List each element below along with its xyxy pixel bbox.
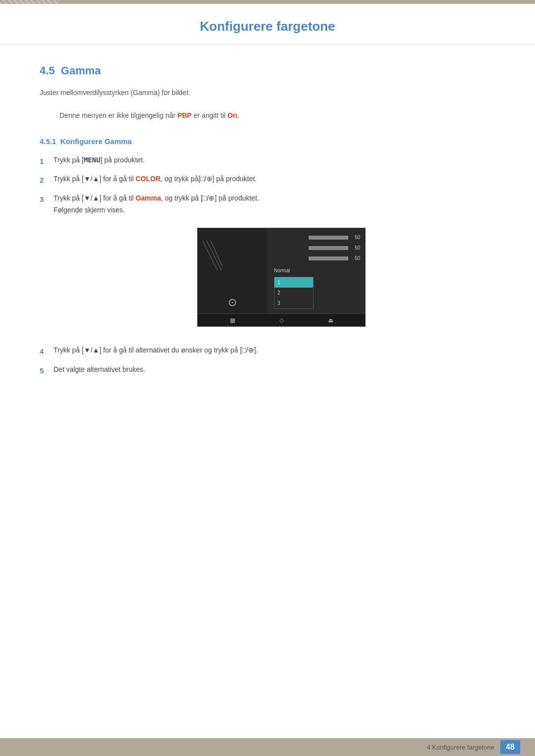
steps-list: 1 Trykk på [MENU] på produktet. 2 Trykk …: [40, 154, 495, 377]
screen-diagonal-lines: [203, 236, 222, 279]
note-text-prefix: Denne menyen er ikke tilgjengelig når: [59, 111, 177, 119]
screen-mockup: ⊙ 50: [197, 228, 366, 327]
screen-menu: 1 2 3: [274, 277, 314, 309]
step-4-text: Trykk på [▼/▲] for å gå til alternativet…: [54, 345, 495, 356]
step-1-number: 1: [40, 154, 54, 168]
page-title: Konfigurere fargetone: [40, 19, 495, 34]
step-5-text: Det valgte alternativet brukes.: [54, 364, 495, 376]
section-number: 4.5: [40, 64, 55, 77]
screen-bottom-icon-menu: ▦: [230, 315, 235, 325]
step-2-text: Trykk på [▼/▲] for å gå til COLOR, og tr…: [54, 173, 495, 185]
step-3-number: 3: [40, 193, 54, 206]
screen-bar-row-1: 50: [272, 233, 360, 242]
screen-bar-value-1: 50: [351, 233, 360, 242]
screen-container: ⊙ 50: [67, 228, 495, 327]
section-heading: 4.5 Gamma: [40, 64, 495, 77]
step-3-line: Trykk på [▼/▲] for å gå til Gamma, og tr…: [54, 193, 495, 204]
screen-menu-item-3: 3: [274, 298, 313, 308]
footer-section-label: 4 Konfigurere fargetone: [427, 744, 494, 751]
step-4: 4 Trykk på [▼/▲] for å gå til alternativ…: [40, 345, 495, 358]
svg-line-1: [207, 241, 221, 270]
footer: 4 Konfigurere fargetone 48: [0, 738, 535, 756]
screen-menu-item-2: 2: [274, 288, 313, 298]
step-2-color: COLOR: [136, 175, 161, 183]
note-text-mid: er angitt til: [192, 111, 227, 119]
svg-line-2: [211, 241, 222, 266]
step-4-number: 4: [40, 345, 54, 358]
sub-section-heading: 4.5.1 Konfigurere Gamma: [40, 137, 495, 146]
screen-bar-row-3: 50: [272, 254, 360, 262]
screen-bar-value-3: 50: [351, 254, 360, 262]
step-3: 3 Trykk på [▼/▲] for å gå til Gamma, og …: [40, 193, 495, 339]
svg-line-0: [203, 241, 217, 270]
top-decorative-bar: [0, 0, 535, 4]
note-pbp: PBP: [177, 111, 192, 119]
screen-bottom-bar: ▦ ◇ ⏏: [198, 313, 365, 326]
step-3-gamma: Gamma: [136, 194, 161, 202]
screen-menu-item-1: 1: [274, 277, 313, 288]
note-text-end: .: [237, 111, 239, 119]
note-box: Denne menyen er ikke tilgjengelig når PB…: [40, 106, 495, 125]
screen-monitor-icon: ⊙: [228, 293, 237, 311]
step-2: 2 Trykk på [▼/▲] for å gå til COLOR, og …: [40, 173, 495, 187]
section-intro: Juster mellomverdilysstyrken (Gamma) for…: [40, 87, 495, 98]
step-5: 5 Det valgte alternativet brukes.: [40, 364, 495, 377]
step-5-number: 5: [40, 364, 54, 377]
step-1: 1 Trykk på [MENU] på produktet.: [40, 154, 495, 168]
sub-section-title: Konfigurere Gamma: [60, 137, 132, 146]
section-title: Gamma: [61, 64, 101, 77]
page-title-area: Konfigurere fargetone: [0, 4, 535, 45]
step-2-number: 2: [40, 173, 54, 187]
screen-bottom-icon-settings: ◇: [279, 315, 284, 325]
screen-right-panel: 50 50 50: [267, 228, 365, 326]
screen-bar-value-2: 50: [351, 244, 360, 252]
screen-bar-row-2: 50: [272, 244, 360, 252]
screen-bar-2: [309, 246, 348, 250]
screen-bars: 50 50 50: [272, 233, 360, 262]
sub-section-number: 4.5.1: [40, 137, 56, 146]
step-1-text: Trykk på [MENU] på produktet.: [54, 154, 495, 166]
screen-left-panel: ⊙: [198, 228, 267, 326]
screen-bar-1: [309, 236, 348, 240]
footer-page-number: 48: [500, 740, 520, 754]
step-3-sub: Følgende skjerm vises.: [54, 204, 495, 216]
step-3-text: Trykk på [▼/▲] for å gå til Gamma, og tr…: [54, 193, 495, 339]
note-on: On: [227, 111, 237, 119]
step-1-key: MENU: [84, 156, 101, 164]
screen-bar-3: [309, 256, 348, 260]
main-content: 4.5 Gamma Juster mellomverdilysstyrken (…: [0, 64, 535, 422]
screen-gamma-label: Normal: [272, 266, 360, 275]
screen-bottom-icon-input: ⏏: [328, 315, 333, 325]
